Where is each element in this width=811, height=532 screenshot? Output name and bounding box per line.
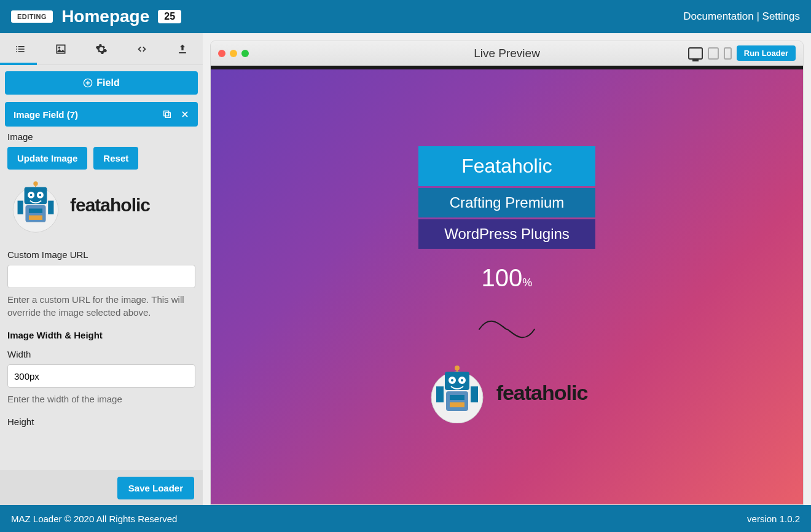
width-help: Enter the width of the image (7, 393, 195, 405)
svg-point-21 (451, 379, 453, 381)
update-image-button[interactable]: Update Image (7, 147, 87, 170)
svg-point-15 (33, 181, 37, 186)
svg-point-28 (455, 366, 460, 370)
copyright-text: MAZ Loader © 2020 All Rights Reserved (11, 514, 177, 524)
brand-text: feataholic (70, 195, 150, 216)
preview-percent: 100% (482, 264, 533, 292)
count-badge: 25 (158, 10, 181, 23)
bottombar: MAZ Loader © 2020 All Rights Reserved ve… (0, 505, 811, 532)
svg-point-9 (39, 194, 42, 197)
svg-rect-5 (25, 187, 47, 205)
preview-toolbar: Live Preview Run Loader (211, 41, 803, 66)
preview-heading-1: Feataholic (418, 146, 595, 186)
upload-icon (176, 43, 189, 55)
svg-rect-24 (450, 395, 464, 400)
device-tablet-icon[interactable] (708, 47, 719, 60)
tab-export[interactable] (162, 33, 203, 65)
svg-rect-18 (445, 372, 469, 390)
traffic-max-icon (241, 50, 249, 57)
height-label: Height (7, 417, 195, 427)
image-label: Image (7, 131, 195, 142)
version-text: version 1.0.2 (747, 514, 800, 524)
settings-link[interactable]: Settings (762, 10, 800, 22)
field-item-image[interactable]: Image Field (7) (5, 102, 198, 127)
svg-rect-3 (164, 111, 169, 116)
preview-panel: Live Preview Run Loader Feataholic Craft… (203, 33, 811, 505)
image-icon (55, 43, 67, 55)
traffic-close-icon (218, 50, 225, 57)
custom-url-input[interactable] (7, 265, 195, 288)
svg-rect-26 (436, 386, 444, 402)
device-desktop-icon[interactable] (688, 47, 703, 60)
page-title: Homepage (61, 7, 149, 26)
tab-image[interactable] (41, 33, 81, 65)
code-icon (136, 43, 148, 55)
robot-icon (7, 177, 64, 233)
svg-point-0 (58, 46, 60, 48)
image-preview: feataholic (7, 177, 195, 233)
svg-rect-23 (446, 391, 468, 411)
save-loader-button[interactable]: Save Loader (117, 477, 194, 499)
custom-url-label: Custom Image URL (7, 249, 195, 260)
width-input[interactable] (7, 364, 195, 388)
svg-rect-25 (450, 402, 464, 407)
preview-canvas: Feataholic Crafting Premium WordPress Pl… (211, 66, 803, 504)
sidebar: Field Image Field (7) Image Update Image… (0, 33, 203, 505)
add-field-button[interactable]: Field (5, 71, 198, 95)
preview-heading-2: Crafting Premium (418, 188, 595, 217)
field-item-label: Image Field (7) (14, 109, 78, 120)
documentation-link[interactable]: Documentation (683, 10, 753, 22)
gear-icon (95, 43, 108, 55)
preview-brand-text: feataholic (496, 381, 588, 405)
preview-heading-3: WordPress Plugins (418, 219, 595, 249)
svg-rect-14 (48, 201, 53, 214)
top-links: Documentation | Settings (683, 10, 800, 23)
duplicate-icon[interactable] (162, 109, 172, 119)
close-icon[interactable] (181, 110, 189, 119)
sidebar-footer: Save Loader (0, 471, 203, 505)
topbar: EDITING Homepage 25 Documentation | Sett… (0, 0, 811, 33)
svg-point-8 (30, 194, 33, 197)
list-icon (14, 43, 26, 55)
run-loader-button[interactable]: Run Loader (737, 45, 796, 61)
dimensions-header: Image Width & Height (7, 330, 195, 340)
traffic-min-icon (230, 50, 237, 57)
svg-rect-27 (471, 386, 478, 402)
device-mobile-icon[interactable] (724, 47, 732, 60)
editing-badge: EDITING (11, 10, 53, 23)
sidebar-body[interactable]: Field Image Field (7) Image Update Image… (0, 65, 203, 471)
wave-icon (476, 314, 538, 345)
tab-settings[interactable] (81, 33, 122, 65)
width-label: Width (7, 349, 195, 359)
custom-url-help: Enter a custom URL for the image. This w… (7, 293, 195, 319)
tab-code[interactable] (122, 33, 162, 65)
reset-button[interactable]: Reset (93, 147, 138, 170)
traffic-lights (218, 50, 249, 57)
robot-icon (426, 362, 488, 423)
sidebar-tabs (0, 33, 203, 65)
svg-rect-11 (29, 209, 42, 213)
tab-fields[interactable] (0, 33, 41, 65)
svg-rect-2 (165, 112, 170, 117)
svg-point-22 (461, 379, 463, 381)
svg-rect-13 (18, 201, 23, 214)
svg-rect-12 (29, 216, 42, 220)
plus-circle-icon (83, 78, 93, 88)
preview-logo: feataholic (426, 362, 588, 423)
